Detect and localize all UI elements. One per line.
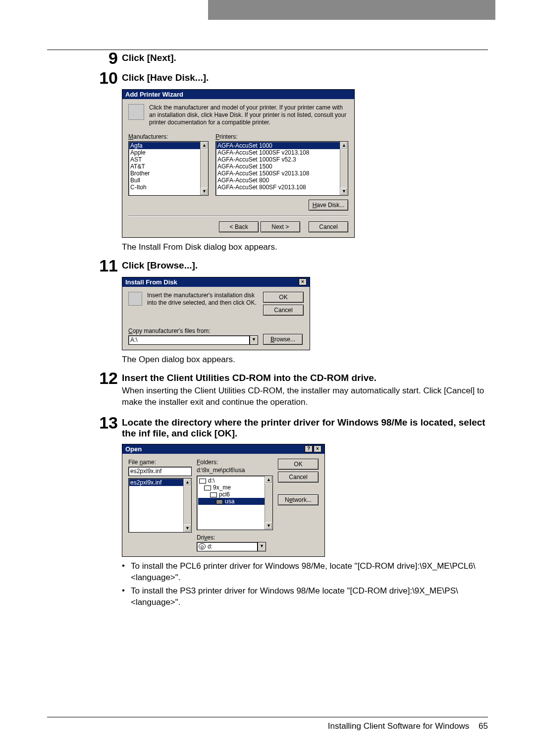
list-item[interactable]: AGFA-AccuSet 1000 <box>216 142 347 149</box>
disk-icon <box>128 292 142 306</box>
folder-icon <box>210 492 217 497</box>
folder-icon <box>199 479 206 484</box>
list-item[interactable]: AGFA-AccuSet 1500SF v2013.108 <box>216 170 347 177</box>
cd-drive-icon <box>199 543 206 549</box>
step-title: Click [Next]. <box>122 53 488 63</box>
manufacturers-listbox[interactable]: Agfa Apple AST AT&T Brother Bull C-Itoh … <box>128 141 209 196</box>
list-item[interactable]: AGFA-AccuSet 800 <box>216 177 347 184</box>
scroll-down-icon[interactable]: ▼ <box>184 525 191 532</box>
list-item[interactable]: AGFA-AccuSet 1000SF v2013.108 <box>216 149 347 156</box>
open-dialog: Open ? × File name: es2pxl9x.inf es2pxl9… <box>122 444 325 557</box>
list-item[interactable]: Agfa <box>129 142 208 149</box>
have-disk-button[interactable]: Have Disk... <box>309 200 348 211</box>
folders-label: Folders: <box>197 459 273 466</box>
step-12: 12 Insert the Client Utilities CD-ROM in… <box>92 370 488 411</box>
scroll-down-icon[interactable]: ▼ <box>201 188 208 195</box>
folder-item[interactable]: usa <box>198 498 271 505</box>
file-listbox[interactable]: es2pxl9x.inf ▲ ▼ <box>128 478 192 533</box>
footer-text: Installing Client Software for Windows <box>328 721 469 731</box>
bullet-mark: • <box>122 561 125 584</box>
scrollbar[interactable]: ▲ ▼ <box>340 142 348 195</box>
step-number: 9 <box>92 50 118 66</box>
scrollbar[interactable]: ▲ ▼ <box>183 479 191 532</box>
step-title: Locate the directory where the printer d… <box>122 417 488 439</box>
list-item[interactable]: Brother <box>129 170 208 177</box>
scroll-up-icon[interactable]: ▲ <box>265 476 272 484</box>
step-11-after: The Open dialog box appears. <box>122 354 488 366</box>
scroll-down-icon[interactable]: ▼ <box>340 188 348 195</box>
step-number: 12 <box>92 370 118 386</box>
step-10: 10 Click [Have Disk...]. <box>92 69 488 86</box>
install-from-disk-dialog: Install From Disk × Insert the manufactu… <box>122 277 310 350</box>
network-button[interactable]: Network... <box>278 494 319 505</box>
list-item[interactable]: AGFA-AccuSet 1500 <box>216 163 347 170</box>
close-icon[interactable]: × <box>314 445 321 452</box>
printers-listbox[interactable]: AGFA-AccuSet 1000 AGFA-AccuSet 1000SF v2… <box>215 141 348 196</box>
close-icon[interactable]: × <box>299 278 307 285</box>
help-icon[interactable]: ? <box>305 445 313 452</box>
step-9: 9 Click [Next]. <box>92 50 488 66</box>
page-number: 65 <box>479 721 488 731</box>
folder-item[interactable]: 9x_me <box>198 484 271 491</box>
cancel-button[interactable]: Cancel <box>263 305 304 316</box>
filename-input[interactable]: es2pxl9x.inf <box>128 467 192 476</box>
dropdown-icon[interactable]: ▼ <box>250 335 258 345</box>
list-item[interactable]: AGFA-AccuSet 800SF v2013.108 <box>216 184 347 191</box>
scroll-up-icon[interactable]: ▲ <box>184 479 191 486</box>
step-title: Insert the Client Utilities CD-ROM into … <box>122 373 488 383</box>
next-button[interactable]: Next > <box>261 221 300 232</box>
folder-item[interactable]: d:\ <box>198 477 271 484</box>
folder-icon <box>204 486 211 490</box>
back-button[interactable]: < Back <box>219 221 259 232</box>
header-gray-bar <box>208 0 495 20</box>
scroll-up-icon[interactable]: ▲ <box>340 142 348 149</box>
scrollbar[interactable]: ▲ ▼ <box>265 476 272 530</box>
install-info-text: Insert the manufacturer's installation d… <box>147 292 258 316</box>
dropdown-icon[interactable]: ▼ <box>258 542 266 551</box>
list-item[interactable]: AGFA-AccuSet 1000SF v52.3 <box>216 156 347 163</box>
step-number: 11 <box>92 257 118 274</box>
step-number: 10 <box>92 69 118 86</box>
folder-open-icon <box>216 499 223 504</box>
bullet-item: • To install the PCL6 printer driver for… <box>122 561 488 584</box>
browse-button[interactable]: Browse... <box>263 334 303 345</box>
page-footer: Installing Client Software for Windows 6… <box>47 717 488 731</box>
copy-from-input[interactable]: A:\ <box>128 335 250 345</box>
manufacturers-label: Manufacturers: <box>128 133 209 140</box>
dialog-title: Install From Disk <box>125 278 177 286</box>
bullet-text: To install the PS3 printer driver for Wi… <box>131 586 488 608</box>
list-item[interactable]: AT&T <box>129 163 208 170</box>
step-title: Click [Have Disk...]. <box>122 72 488 83</box>
folder-item[interactable]: pcl6 <box>198 491 271 498</box>
titlebar: Install From Disk × <box>122 277 310 287</box>
scroll-up-icon[interactable]: ▲ <box>201 142 208 149</box>
list-item[interactable]: C-Itoh <box>129 184 208 191</box>
list-item[interactable]: Apple <box>129 149 208 156</box>
add-printer-wizard-dialog: Add Printer Wizard Click the manufacture… <box>122 89 355 238</box>
wizard-info-text: Click the manufacturer and model of your… <box>149 104 348 126</box>
ok-button[interactable]: OK <box>263 292 304 303</box>
top-rule <box>47 50 488 50</box>
list-item[interactable]: es2pxl9x.inf <box>129 479 191 486</box>
scroll-down-icon[interactable]: ▼ <box>265 522 272 530</box>
drive-select[interactable]: d: <box>197 542 258 551</box>
dialog-title: Open <box>125 445 142 453</box>
titlebar: Add Printer Wizard <box>122 90 354 99</box>
scrollbar[interactable]: ▲ ▼ <box>200 142 208 195</box>
cancel-button[interactable]: Cancel <box>309 221 348 232</box>
bullet-text: To install the PCL6 printer driver for W… <box>131 561 488 584</box>
filename-label: File name: <box>128 459 192 466</box>
cancel-button[interactable]: Cancel <box>278 472 319 483</box>
list-item[interactable]: Bull <box>129 177 208 184</box>
step-13: 13 Locate the directory where the printe… <box>92 414 488 441</box>
drives-label: Drives: <box>197 534 273 541</box>
folders-listbox[interactable]: d:\ 9x_me pcl6 usa ▲ ▼ <box>197 476 273 530</box>
list-item[interactable]: AST <box>129 156 208 163</box>
step-10-after: The Install From Disk dialog box appears… <box>122 242 488 253</box>
step-text: When inserting the Client Utilities CD-R… <box>122 385 488 408</box>
ok-button[interactable]: OK <box>278 459 319 470</box>
step-title: Click [Browse...]. <box>122 260 488 271</box>
bullet-mark: • <box>122 586 125 608</box>
bullet-item: • To install the PS3 printer driver for … <box>122 586 488 608</box>
current-path: d:\9x_me\pcl6\usa <box>197 467 273 474</box>
